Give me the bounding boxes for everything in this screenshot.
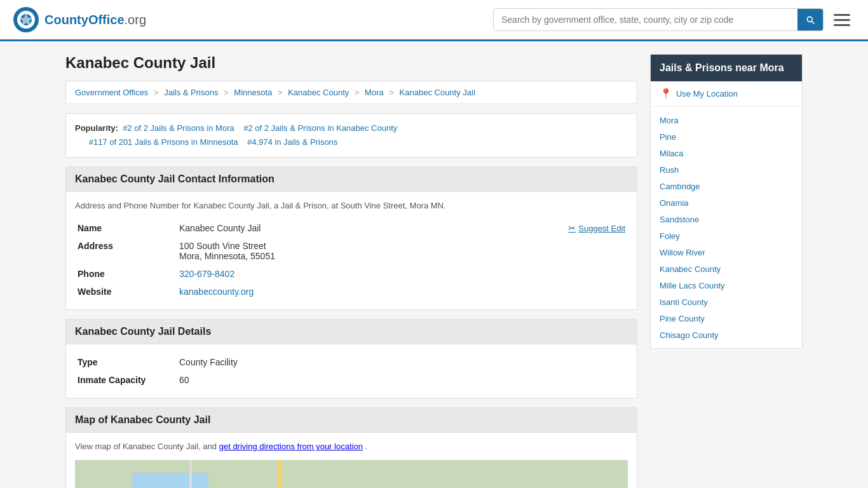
map-section-body: View map of Kanabec County Jail, and get… xyxy=(66,433,637,488)
use-location-item[interactable]: 📍 Use My Location xyxy=(651,81,802,107)
map-water xyxy=(132,473,208,488)
driving-directions-link[interactable]: get driving directions from your locatio… xyxy=(219,442,363,451)
address-value: 100 South Vine Street Mora, Minnesota, 5… xyxy=(177,237,628,265)
sidebar-link-item: Kanabec County xyxy=(651,261,802,277)
details-section-body: Type County Facility Inmate Capacity 60 xyxy=(66,344,637,398)
address-label: Address xyxy=(75,237,177,265)
sidebar-link-sandstone[interactable]: Sandstone xyxy=(660,215,699,224)
map-description: View map of Kanabec County Jail, and get… xyxy=(75,442,628,451)
popularity-stat1[interactable]: #2 of 2 Jails & Prisons in Mora xyxy=(123,123,234,133)
map-road-4 xyxy=(189,460,192,488)
breadcrumb-gov-offices[interactable]: Government Offices xyxy=(75,88,148,97)
sidebar-link-item: Cambridge xyxy=(651,178,802,194)
sidebar-link-item: Willow River xyxy=(651,244,802,261)
details-info-table: Type County Facility Inmate Capacity 60 xyxy=(75,353,628,389)
sidebar-link-mora[interactable]: Mora xyxy=(660,116,679,125)
search-input[interactable] xyxy=(494,10,797,30)
popularity-stat2[interactable]: #2 of 2 Jails & Prisons in Kanabec Count… xyxy=(243,123,397,133)
table-row-phone: Phone 320-679-8402 xyxy=(75,265,628,283)
header: CountyOffice.org xyxy=(0,0,868,41)
location-pin-icon: 📍 xyxy=(660,88,672,100)
website-link[interactable]: kanabeccounty.org xyxy=(179,287,254,297)
breadcrumb-jails-prisons[interactable]: Jails & Prisons xyxy=(164,88,218,97)
breadcrumb-sep-5: > xyxy=(389,88,394,97)
breadcrumb-sep-3: > xyxy=(278,88,283,97)
search-area xyxy=(493,8,855,31)
sidebar-link-item: Mora xyxy=(651,112,802,128)
name-label: Name xyxy=(75,219,177,237)
sidebar-link-item: Onamia xyxy=(651,194,802,211)
table-row-name: Name Kanabec County Jail ✂ Suggest Edit xyxy=(75,219,628,237)
contact-info-table: Name Kanabec County Jail ✂ Suggest Edit … xyxy=(75,219,628,301)
sidebar-link-item: Pine County xyxy=(651,310,802,327)
suggest-edit-icon: ✂ xyxy=(568,223,576,233)
map-section-header: Map of Kanabec County Jail xyxy=(66,408,637,433)
sidebar-link-item: Pine xyxy=(651,128,802,145)
sidebar-link-item: Isanti County xyxy=(651,294,802,310)
details-section: Kanabec County Jail Details Type County … xyxy=(65,319,637,398)
breadcrumb-sep-4: > xyxy=(355,88,360,97)
contact-description: Address and Phone Number for Kanabec Cou… xyxy=(75,201,628,210)
breadcrumb-sep-2: > xyxy=(224,88,229,97)
popularity-label: Popularity: xyxy=(75,123,118,133)
use-location-link[interactable]: Use My Location xyxy=(676,89,738,98)
main-wrap: Kanabec County Jail Government Offices >… xyxy=(53,41,815,488)
sidebar-link-pine-county[interactable]: Pine County xyxy=(660,314,705,323)
capacity-value: 60 xyxy=(177,371,628,389)
sidebar-link-kanabec-county[interactable]: Kanabec County xyxy=(660,264,721,274)
suggest-edit-button[interactable]: ✂ Suggest Edit xyxy=(568,223,625,233)
phone-value: 320-679-8402 xyxy=(177,265,628,283)
table-row-website: Website kanabeccounty.org xyxy=(75,283,628,301)
sidebar-link-item: Rush xyxy=(651,161,802,178)
map-section: Map of Kanabec County Jail View map of K… xyxy=(65,407,637,488)
content-area: Kanabec County Jail Government Offices >… xyxy=(65,54,637,488)
sidebar-link-item: Chisago County xyxy=(651,327,802,343)
breadcrumb: Government Offices > Jails & Prisons > M… xyxy=(65,81,637,104)
page-title: Kanabec County Jail xyxy=(65,54,637,72)
phone-link[interactable]: 320-679-8402 xyxy=(179,269,234,279)
phone-label: Phone xyxy=(75,265,177,283)
contact-section: Kanabec County Jail Contact Information … xyxy=(65,166,637,310)
map-road-3 xyxy=(278,460,282,488)
table-row-address: Address 100 South Vine Street Mora, Minn… xyxy=(75,237,628,265)
sidebar-link-onamia[interactable]: Onamia xyxy=(660,198,689,208)
table-row-type: Type County Facility xyxy=(75,353,628,371)
sidebar-link-rush[interactable]: Rush xyxy=(660,165,679,175)
logo-area: CountyOffice.org xyxy=(13,6,146,33)
name-value: Kanabec County Jail ✂ Suggest Edit xyxy=(177,219,628,237)
breadcrumb-sep-1: > xyxy=(154,88,159,97)
sidebar-link-milaca[interactable]: Milaca xyxy=(660,149,684,158)
sidebar-link-item: Foley xyxy=(651,227,802,244)
sidebar: Jails & Prisons near Mora 📍 Use My Locat… xyxy=(650,54,803,488)
breadcrumb-minnesota[interactable]: Minnesota xyxy=(234,88,272,97)
sidebar-link-chisago-county[interactable]: Chisago County xyxy=(660,330,719,340)
sidebar-title: Jails & Prisons near Mora xyxy=(651,55,802,81)
sidebar-links-list: MoraPineMilacaRushCambridgeOnamiaSandsto… xyxy=(651,107,802,348)
map-placeholder[interactable]: Mora Public Library Kanabec CountyCourt … xyxy=(75,460,628,488)
capacity-label: Inmate Capacity xyxy=(75,371,177,389)
sidebar-link-willow-river[interactable]: Willow River xyxy=(660,248,705,257)
search-input-wrap xyxy=(493,8,824,31)
logo-text: CountyOffice.org xyxy=(44,13,146,27)
type-label: Type xyxy=(75,353,177,371)
search-button[interactable] xyxy=(797,9,823,30)
sidebar-link-foley[interactable]: Foley xyxy=(660,231,680,241)
popularity-stat3[interactable]: #117 of 201 Jails & Prisons in Minnesota xyxy=(89,137,238,147)
sidebar-box: Jails & Prisons near Mora 📍 Use My Locat… xyxy=(650,54,803,349)
sidebar-link-pine[interactable]: Pine xyxy=(660,132,676,142)
popularity-stat4[interactable]: #4,974 in Jails & Prisons xyxy=(247,137,337,147)
sidebar-link-isanti-county[interactable]: Isanti County xyxy=(660,297,708,307)
type-value: County Facility xyxy=(177,353,628,371)
sidebar-link-item: Mille Lacs County xyxy=(651,277,802,294)
sidebar-link-item: Milaca xyxy=(651,145,802,161)
contact-section-body: Address and Phone Number for Kanabec Cou… xyxy=(66,192,637,309)
popularity-section: Popularity: #2 of 2 Jails & Prisons in M… xyxy=(65,113,637,158)
sidebar-link-cambridge[interactable]: Cambridge xyxy=(660,182,700,191)
contact-section-header: Kanabec County Jail Contact Information xyxy=(66,167,637,192)
breadcrumb-mora[interactable]: Mora xyxy=(365,88,384,97)
sidebar-link-mille-lacs-county[interactable]: Mille Lacs County xyxy=(660,281,725,290)
website-label: Website xyxy=(75,283,177,301)
menu-icon[interactable] xyxy=(829,9,855,31)
breadcrumb-kanabec-jail[interactable]: Kanabec County Jail xyxy=(400,88,475,97)
breadcrumb-kanabec-county[interactable]: Kanabec County xyxy=(288,88,349,97)
